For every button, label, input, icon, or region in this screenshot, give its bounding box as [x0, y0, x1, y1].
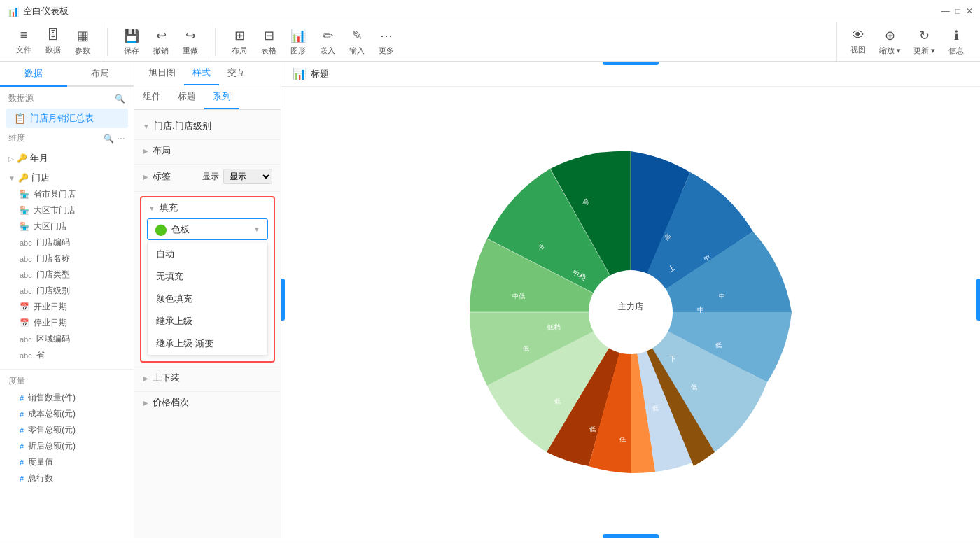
- search-dim-icon[interactable]: 🔍: [104, 134, 114, 144]
- zoom-btn[interactable]: ⊕ 缩放 ▾: [874, 25, 906, 59]
- label-section-header[interactable]: ▶ 标签 显示 显示 隐藏: [134, 164, 281, 188]
- layout-btn[interactable]: ⊞ 布局: [225, 25, 253, 59]
- layout-label: 布局: [232, 46, 247, 56]
- input-btn[interactable]: ✎ 输入: [343, 25, 371, 59]
- dim-group-store-header[interactable]: ▼ 🔑 门店: [0, 169, 134, 186]
- label-inner-2: 中: [697, 306, 704, 314]
- update-btn[interactable]: ↻ 更新 ▾: [908, 25, 941, 59]
- save-label: 保存: [124, 46, 139, 56]
- resize-handle-top[interactable]: [603, 62, 659, 65]
- redo-btn[interactable]: ↪ 重做: [176, 25, 204, 59]
- window-controls: — □ ✕: [941, 6, 973, 16]
- fill-option-auto[interactable]: 自动: [148, 243, 267, 265]
- info-btn[interactable]: ℹ 信息: [942, 25, 970, 59]
- store-level-header[interactable]: ▼ 门店.门店级别: [134, 115, 281, 136]
- menu-btn[interactable]: ≡ 文件: [10, 25, 38, 58]
- store-level-arrow: ▼: [143, 122, 150, 130]
- label-display-select[interactable]: 显示 隐藏: [223, 169, 272, 184]
- measure-retail-total[interactable]: # 零售总额(元): [0, 422, 134, 438]
- fill-option-color[interactable]: 颜色填充: [148, 288, 267, 310]
- dim-group-year-month: ▷ 🔑 年月: [0, 150, 134, 167]
- label-outer-3: 中: [719, 293, 725, 300]
- sunburst-chart: 主力店 上 中 下 中档 低档 高 中 中 低 低 低 高 中: [449, 130, 813, 494]
- minimize-btn[interactable]: —: [941, 6, 950, 16]
- measure-sales-qty[interactable]: # 销售数量(件): [0, 390, 134, 406]
- status-bar: [0, 538, 980, 560]
- shape-btn[interactable]: 📊 图形: [284, 25, 312, 59]
- tab-series[interactable]: 系列: [204, 85, 239, 109]
- label-outer-5: 低: [691, 384, 697, 391]
- measure-val[interactable]: # 度量值: [0, 454, 134, 470]
- resize-handle-right[interactable]: [976, 279, 980, 321]
- datasource-item[interactable]: 📋 门店月销汇总表: [6, 108, 128, 128]
- dim-item-open-date[interactable]: 📅 开业日期: [0, 299, 134, 315]
- dim-item-store-type[interactable]: abc 门店类型: [0, 267, 134, 283]
- data-btn[interactable]: 🗄 数据: [39, 25, 67, 58]
- more-icon: ⋯: [380, 28, 393, 43]
- fill-palette-btn[interactable]: ⬤ 色板 ▼: [147, 218, 268, 240]
- dim-item-store-level[interactable]: abc 门店级别: [0, 283, 134, 299]
- updown-section-header[interactable]: ▶ 上下装: [134, 368, 281, 388]
- price-section-header[interactable]: ▶ 价格档次: [134, 392, 281, 413]
- fill-option-none[interactable]: 无填充: [148, 265, 267, 288]
- table-btn[interactable]: ⊟ 表格: [255, 25, 283, 59]
- dimension-text: 维度: [8, 132, 25, 144]
- embed-btn[interactable]: ✏ 嵌入: [314, 25, 342, 59]
- more-btn[interactable]: ⋯ 更多: [372, 25, 400, 59]
- input-label: 输入: [349, 46, 365, 56]
- dim-item-province-city-store[interactable]: 🏪 省市县门店: [0, 186, 134, 202]
- label-outer-o1: 低: [589, 426, 596, 433]
- app-title: 空白仪表板: [23, 5, 69, 18]
- dim-item-district-store[interactable]: 🏪 大区门店: [0, 218, 134, 234]
- dim-item-label-region: 区域编码: [36, 333, 70, 345]
- toolbar-group-insert: ⊞ 布局 ⊟ 表格 📊 图形 ✏ 嵌入 ✎ 输入 ⋯ 更多: [221, 22, 837, 61]
- measure-icon-3: #: [20, 426, 24, 435]
- measure-total-rows[interactable]: # 总行数: [0, 470, 134, 486]
- tab-interact[interactable]: 交互: [219, 62, 254, 85]
- dim-group-year-month-header[interactable]: ▷ 🔑 年月: [0, 150, 134, 167]
- toolbar-divider-1: [107, 28, 108, 56]
- fill-option-inherit-gradient[interactable]: 继承上级-渐变: [148, 332, 267, 355]
- store-hier-icon-1: 🏪: [20, 190, 29, 199]
- search-icon[interactable]: 🔍: [115, 94, 125, 104]
- dim-item-label-2: 大区市门店: [34, 204, 76, 216]
- tab-data[interactable]: 数据: [0, 62, 67, 87]
- datasource-icon: 📋: [14, 113, 26, 124]
- layout-section-header[interactable]: ▶ 布局: [134, 140, 281, 161]
- tab-component[interactable]: 组件: [134, 85, 169, 109]
- measure-discount-total[interactable]: # 折后总额(元): [0, 438, 134, 454]
- dim-item-region-code[interactable]: abc 区域编码: [0, 331, 134, 347]
- layout-section: ▶ 布局: [134, 140, 281, 161]
- toolbar-group-edit: 💾 保存 ↩ 撤销 ↪ 重做: [113, 22, 209, 61]
- dim-item-district-city-store[interactable]: 🏪 大区市门店: [0, 202, 134, 218]
- resize-handle-left[interactable]: [281, 279, 285, 321]
- view-btn[interactable]: 👁 视图: [844, 25, 872, 58]
- maximize-btn[interactable]: □: [955, 6, 960, 16]
- panel-content: ▼ 门店.门店级别 ▶ 布局 ▶ 标签 显示: [134, 110, 281, 538]
- data-icon: 🗄: [47, 28, 59, 43]
- dim-item-province[interactable]: abc 省: [0, 347, 134, 363]
- measure-label-5: 度量值: [28, 456, 53, 468]
- param-btn[interactable]: ▦ 参数: [69, 25, 97, 59]
- dim-item-store-code[interactable]: abc 门店编码: [0, 234, 134, 251]
- tab-layout[interactable]: 布局: [67, 62, 134, 87]
- fill-section-header[interactable]: ▼ 填充: [141, 197, 274, 218]
- fill-option-inherit[interactable]: 继承上级: [148, 310, 267, 332]
- left-panel-tabs: 数据 布局: [0, 62, 134, 87]
- dim-item-close-date[interactable]: 📅 停业日期: [0, 315, 134, 331]
- arrow-store: ▼: [8, 174, 15, 182]
- tab-style[interactable]: 样式: [184, 62, 219, 85]
- resize-handle-bottom[interactable]: [603, 534, 659, 538]
- save-btn[interactable]: 💾 保存: [118, 25, 146, 59]
- expand-dim-icon[interactable]: ⋯: [117, 134, 125, 144]
- undo-btn[interactable]: ↩ 撤销: [147, 25, 175, 59]
- layout-icon: ⊞: [234, 28, 245, 43]
- dim-item-store-name[interactable]: abc 门店名称: [0, 251, 134, 267]
- measure-cost-total[interactable]: # 成本总额(元): [0, 406, 134, 422]
- menu-label: 文件: [16, 45, 31, 55]
- tab-xuri[interactable]: 旭日图: [140, 62, 184, 85]
- measure-label-4: 折后总额(元): [28, 440, 76, 452]
- close-btn[interactable]: ✕: [966, 6, 973, 16]
- tab-title[interactable]: 标题: [169, 85, 204, 109]
- view-label: 视图: [850, 45, 866, 55]
